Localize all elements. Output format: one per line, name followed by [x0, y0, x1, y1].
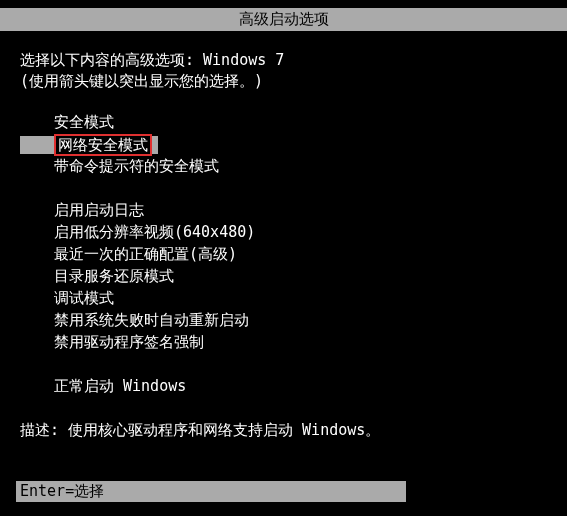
description-text: 使用核心驱动程序和网络支持启动 Windows。 — [68, 421, 380, 439]
option-label: 启用低分辨率视频(640x480) — [54, 223, 255, 241]
instruction-prefix: 选择以下内容的高级选项: — [20, 51, 203, 69]
enter-hint: Enter=选择 — [20, 482, 104, 500]
content-area: 选择以下内容的高级选项: Windows 7 (使用箭头键以突出显示您的选择。)… — [0, 31, 567, 440]
group-separator — [54, 177, 547, 199]
option-disable-auto-restart[interactable]: 禁用系统失败时自动重新启动 — [54, 309, 547, 331]
option-label-selected: 网络安全模式 — [54, 134, 152, 156]
option-safe-mode-networking[interactable]: 网络安全模式 — [54, 133, 547, 155]
option-label: 启用启动日志 — [54, 201, 144, 219]
option-label: 目录服务还原模式 — [54, 267, 174, 285]
option-label: 禁用系统失败时自动重新启动 — [54, 311, 249, 329]
instruction-line: 选择以下内容的高级选项: Windows 7 — [20, 51, 547, 70]
option-last-known-good[interactable]: 最近一次的正确配置(高级) — [54, 243, 547, 265]
group-separator — [54, 353, 547, 375]
title-bar: 高级启动选项 — [0, 8, 567, 31]
option-label: 最近一次的正确配置(高级) — [54, 245, 237, 263]
description-label: 描述: — [20, 421, 68, 439]
option-disable-driver-sig[interactable]: 禁用驱动程序签名强制 — [54, 331, 547, 353]
option-label: 禁用驱动程序签名强制 — [54, 333, 204, 351]
option-low-res-video[interactable]: 启用低分辨率视频(640x480) — [54, 221, 547, 243]
option-label: 安全模式 — [54, 113, 114, 131]
option-boot-logging[interactable]: 启用启动日志 — [54, 199, 547, 221]
option-debug-mode[interactable]: 调试模式 — [54, 287, 547, 309]
option-ds-restore-mode[interactable]: 目录服务还原模式 — [54, 265, 547, 287]
title-text: 高级启动选项 — [239, 10, 329, 28]
option-label: 调试模式 — [54, 289, 114, 307]
os-name: Windows 7 — [203, 51, 284, 69]
bottom-hint-bar: Enter=选择 — [16, 481, 406, 502]
option-start-normally[interactable]: 正常启动 Windows — [54, 375, 547, 397]
hint-line: (使用箭头键以突出显示您的选择。) — [20, 72, 547, 91]
description-line: 描述: 使用核心驱动程序和网络支持启动 Windows。 — [20, 421, 547, 440]
option-safe-mode-cmd[interactable]: 带命令提示符的安全模式 — [54, 155, 547, 177]
option-safe-mode[interactable]: 安全模式 — [54, 111, 547, 133]
option-label: 带命令提示符的安全模式 — [54, 157, 219, 175]
selection-highlight-left — [20, 136, 54, 154]
selection-highlight-right — [152, 136, 158, 154]
boot-options-list[interactable]: 安全模式 网络安全模式 带命令提示符的安全模式 启用启动日志 启用低分辨率视频(… — [54, 111, 547, 397]
option-label: 正常启动 Windows — [54, 377, 186, 395]
